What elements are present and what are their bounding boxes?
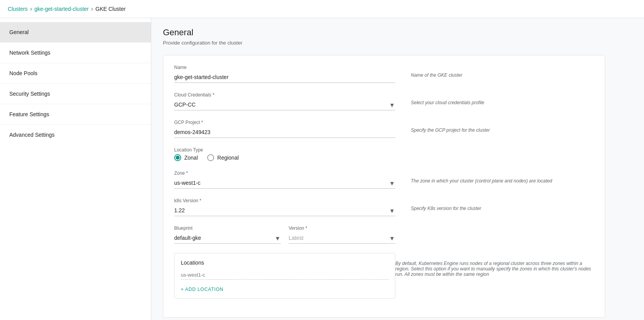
- blueprint-label: Blueprint: [174, 225, 281, 231]
- gcp-project-input[interactable]: [174, 127, 395, 138]
- version-dropdown-wrapper: Latest ▾: [289, 232, 395, 244]
- zone-dropdown-wrapper: us-west1-c ▾: [174, 177, 395, 189]
- locations-input[interactable]: [181, 270, 389, 280]
- location-type-label: Location Type: [174, 147, 395, 153]
- name-label: Name: [174, 65, 395, 70]
- version-label: Version *: [289, 225, 395, 231]
- radio-zonal-circle: [174, 154, 181, 161]
- name-field-container: Name: [174, 65, 395, 83]
- breadcrumb-cluster-name-link[interactable]: gke-get-started-cluster: [35, 6, 89, 12]
- add-location-button[interactable]: + ADD LOCATION: [181, 287, 223, 292]
- locations-row: Locations + ADD LOCATION By default, Kub…: [174, 253, 594, 299]
- locations-box: Locations + ADD LOCATION: [174, 253, 395, 299]
- zone-help: The zone in which your cluster (control …: [395, 170, 594, 184]
- blueprint-help: [395, 225, 594, 233]
- blueprint-dropdown-wrapper: default-gke ▾: [174, 232, 281, 244]
- sidebar-item-security-settings[interactable]: Security Settings: [0, 84, 151, 104]
- k8s-version-row: k8s Version * 1.22 ▾ Specify K8s version…: [174, 198, 594, 216]
- zone-field-container: Zone * us-west1-c ▾: [174, 170, 395, 189]
- k8s-version-dropdown-wrapper: 1.22 ▾: [174, 205, 395, 216]
- version-field-container: Version * Latest ▾: [289, 225, 395, 244]
- k8s-version-help: Specify K8s version for the cluster: [395, 198, 594, 211]
- gcp-project-help: Specify the GCP project for the cluster: [395, 120, 594, 133]
- cloud-credentials-row: Cloud Credentials * GCP-CC ▾ Select your…: [174, 92, 594, 110]
- cloud-credentials-select[interactable]: GCP-CC: [174, 99, 395, 110]
- sidebar: General Network Settings Node Pools Secu…: [0, 18, 151, 320]
- page-title: General: [163, 28, 632, 38]
- blueprint-version-two-col: Blueprint default-gke ▾ Version *: [174, 225, 395, 244]
- sidebar-item-feature-settings[interactable]: Feature Settings: [0, 104, 151, 125]
- zone-row: Zone * us-west1-c ▾ The zone in which yo…: [174, 170, 594, 189]
- radio-regional-label: Regional: [217, 155, 239, 161]
- location-type-container: Location Type Zonal Regional: [174, 147, 395, 161]
- k8s-version-select[interactable]: 1.22: [174, 205, 395, 216]
- blueprint-version-container: Blueprint default-gke ▾ Version *: [174, 225, 395, 244]
- cloud-credentials-help: Select your cloud credentials profile: [395, 92, 594, 105]
- sidebar-item-network-settings[interactable]: Network Settings: [0, 43, 151, 63]
- radio-zonal-label: Zonal: [184, 155, 198, 161]
- locations-title: Locations: [181, 260, 389, 266]
- main-content: General Provide configuration for the cl…: [151, 18, 644, 320]
- gcp-project-row: GCP Project * Specify the GCP project fo…: [174, 120, 594, 138]
- cloud-credentials-field-container: Cloud Credentials * GCP-CC ▾: [174, 92, 395, 110]
- location-type-help: [395, 147, 594, 155]
- blueprint-field-container: Blueprint default-gke ▾: [174, 225, 281, 244]
- sidebar-item-node-pools[interactable]: Node Pools: [0, 63, 151, 84]
- sidebar-item-advanced-settings[interactable]: Advanced Settings: [0, 125, 151, 145]
- location-type-row: Location Type Zonal Regional: [174, 147, 594, 161]
- settings-card: Name Name of the GKE cluster Cloud Crede…: [163, 55, 605, 318]
- location-type-radio-group: Zonal Regional: [174, 154, 395, 161]
- radio-zonal[interactable]: Zonal: [174, 154, 198, 161]
- breadcrumb-page-name: GKE Cluster: [95, 6, 126, 12]
- sidebar-item-general[interactable]: General: [0, 22, 151, 43]
- breadcrumb-sep-1: ›: [30, 5, 32, 12]
- cloud-credentials-dropdown-wrapper: GCP-CC ▾: [174, 99, 395, 110]
- page-layout: General Network Settings Node Pools Secu…: [0, 18, 644, 320]
- page-subtitle: Provide configuration for the cluster: [163, 40, 632, 46]
- name-help: Name of the GKE cluster: [395, 65, 594, 78]
- zone-select[interactable]: us-west1-c: [174, 177, 395, 189]
- gcp-project-field-container: GCP Project *: [174, 120, 395, 138]
- blueprint-row: Blueprint default-gke ▾ Version *: [174, 225, 594, 244]
- breadcrumb-clusters-link[interactable]: Clusters: [8, 6, 28, 12]
- gcp-project-label: GCP Project *: [174, 120, 395, 125]
- name-input[interactable]: [174, 72, 395, 83]
- k8s-version-field-container: k8s Version * 1.22 ▾: [174, 198, 395, 216]
- k8s-version-label: k8s Version *: [174, 198, 395, 203]
- name-row: Name Name of the GKE cluster: [174, 65, 594, 83]
- breadcrumb: Clusters › gke-get-started-cluster › GKE…: [0, 0, 644, 18]
- breadcrumb-sep-2: ›: [91, 5, 93, 12]
- zone-label: Zone *: [174, 170, 395, 176]
- locations-container: Locations + ADD LOCATION: [174, 253, 395, 299]
- blueprint-select[interactable]: default-gke: [174, 232, 281, 244]
- locations-help: By default, Kubernetes Engine runs nodes…: [395, 253, 594, 277]
- radio-regional-circle: [207, 154, 214, 161]
- radio-regional[interactable]: Regional: [207, 154, 239, 161]
- version-select[interactable]: Latest: [289, 232, 395, 244]
- cloud-credentials-label: Cloud Credentials *: [174, 92, 395, 98]
